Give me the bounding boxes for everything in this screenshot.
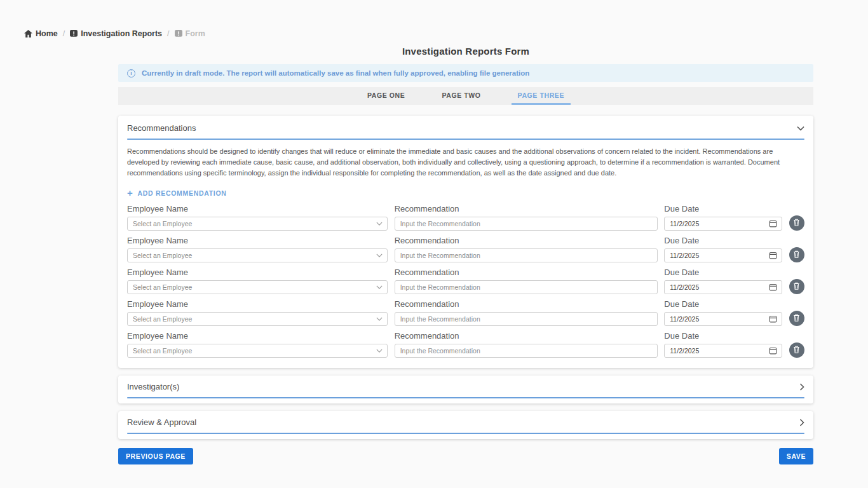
breadcrumb-label: Form <box>186 29 205 38</box>
recommendation-row: Employee Name Select an Employee Recomme… <box>127 268 804 294</box>
draft-mode-banner: i Currently in draft mode. The report wi… <box>118 64 813 82</box>
delete-row-button[interactable] <box>789 311 804 326</box>
banner-text: Currently in draft mode. The report will… <box>142 69 529 77</box>
section-divider <box>127 397 804 398</box>
due-date-input[interactable] <box>670 281 776 294</box>
plus-icon: + <box>127 188 133 198</box>
calendar-icon[interactable] <box>769 283 777 292</box>
due-date-label: Due Date <box>664 331 782 341</box>
employee-select[interactable]: Select an Employee <box>127 280 388 294</box>
due-date-input[interactable] <box>670 249 776 262</box>
breadcrumb-label: Investigation Reports <box>81 29 162 38</box>
home-icon <box>24 30 32 37</box>
chevron-down-icon <box>376 349 383 353</box>
chevron-down-icon <box>376 254 383 258</box>
tab-page-three[interactable]: PAGE THREE <box>512 87 571 105</box>
due-date-label: Due Date <box>664 299 782 309</box>
delete-row-button[interactable] <box>789 342 804 358</box>
tab-page-two[interactable]: PAGE TWO <box>435 87 487 105</box>
due-date-label: Due Date <box>664 268 782 277</box>
chevron-down-icon <box>376 222 383 226</box>
chevron-down-icon[interactable] <box>797 126 804 131</box>
review-approval-title: Review & Approval <box>127 417 196 427</box>
chevron-right-icon[interactable] <box>799 383 804 391</box>
employee-select[interactable]: Select an Employee <box>127 217 388 231</box>
employee-name-label: Employee Name <box>127 236 388 245</box>
report-icon <box>175 30 182 37</box>
info-icon: i <box>127 69 135 78</box>
recommendation-label: Recommendation <box>395 268 658 277</box>
delete-row-button[interactable] <box>789 247 804 262</box>
recommendation-input[interactable] <box>400 313 652 325</box>
add-recommendation-button[interactable]: + ADD RECOMMENDATION <box>127 188 227 198</box>
calendar-icon[interactable] <box>769 347 777 355</box>
chevron-down-icon <box>376 285 383 290</box>
recommendation-label: Recommendation <box>395 204 658 214</box>
calendar-icon[interactable] <box>769 220 777 228</box>
previous-page-button[interactable]: PREVIOUS PAGE <box>118 448 193 464</box>
due-date-input[interactable] <box>670 217 776 230</box>
delete-row-button[interactable] <box>789 279 804 294</box>
recommendation-row: Employee Name Select an Employee Recomme… <box>127 236 804 262</box>
calendar-icon[interactable] <box>769 252 777 260</box>
recommendations-description: Recommendations should be designed to id… <box>127 146 804 179</box>
trash-icon <box>793 219 800 228</box>
employee-select[interactable]: Select an Employee <box>127 248 388 262</box>
main-content: Investigation Reports Form i Currently i… <box>118 46 813 464</box>
trash-icon <box>793 250 800 260</box>
trash-icon <box>793 282 800 292</box>
breadcrumb-separator: / <box>63 29 65 38</box>
recommendations-section: Recommendations Recommendations should b… <box>118 116 813 368</box>
employee-select[interactable]: Select an Employee <box>127 312 388 326</box>
page-title: Investigation Reports Form <box>118 46 813 57</box>
due-date-label: Due Date <box>664 236 782 245</box>
recommendation-input[interactable] <box>400 281 652 294</box>
calendar-icon[interactable] <box>769 315 777 323</box>
employee-select[interactable]: Select an Employee <box>127 344 388 358</box>
trash-icon <box>793 346 800 355</box>
breadcrumb-label: Home <box>36 29 58 38</box>
investigators-section: Investigator(s) <box>118 376 813 403</box>
chevron-down-icon <box>376 317 383 322</box>
section-divider <box>127 139 804 140</box>
recommendation-input[interactable] <box>400 249 652 262</box>
breadcrumb-investigation-reports[interactable]: Investigation Reports <box>70 29 162 38</box>
recommendations-header[interactable]: Recommendations <box>127 123 804 133</box>
due-date-label: Due Date <box>664 204 782 214</box>
page-tabs: PAGE ONE PAGE TWO PAGE THREE <box>118 87 813 105</box>
review-approval-section: Review & Approval <box>118 411 813 439</box>
trash-icon <box>793 314 800 323</box>
investigators-header[interactable]: Investigator(s) <box>127 382 804 391</box>
recommendation-row: Employee Name Select an Employee Recomme… <box>127 331 804 358</box>
tab-page-one[interactable]: PAGE ONE <box>361 87 411 105</box>
breadcrumb-home[interactable]: Home <box>24 29 58 38</box>
section-divider <box>127 433 804 434</box>
recommendation-row: Employee Name Select an Employee Recomme… <box>127 204 804 231</box>
delete-row-button[interactable] <box>789 215 804 231</box>
employee-name-label: Employee Name <box>127 331 388 341</box>
recommendation-input[interactable] <box>400 217 652 230</box>
save-button[interactable]: SAVE <box>779 448 813 464</box>
employee-name-label: Employee Name <box>127 268 388 277</box>
investigators-title: Investigator(s) <box>127 382 179 391</box>
breadcrumb-form: Form <box>175 29 205 38</box>
recommendation-row: Employee Name Select an Employee Recomme… <box>127 299 804 326</box>
recommendation-label: Recommendation <box>395 331 658 341</box>
report-icon <box>70 30 78 37</box>
breadcrumb: Home / Investigation Reports / Form <box>24 29 205 38</box>
employee-name-label: Employee Name <box>127 204 388 214</box>
review-approval-header[interactable]: Review & Approval <box>127 417 804 427</box>
due-date-input[interactable] <box>670 344 776 357</box>
recommendations-title: Recommendations <box>127 123 196 133</box>
recommendation-input[interactable] <box>400 344 652 357</box>
due-date-input[interactable] <box>670 313 776 325</box>
chevron-right-icon[interactable] <box>799 419 804 426</box>
recommendation-label: Recommendation <box>395 236 658 245</box>
breadcrumb-separator: / <box>167 29 169 38</box>
form-footer: PREVIOUS PAGE SAVE <box>118 448 813 464</box>
employee-name-label: Employee Name <box>127 299 388 309</box>
recommendation-label: Recommendation <box>395 299 658 309</box>
